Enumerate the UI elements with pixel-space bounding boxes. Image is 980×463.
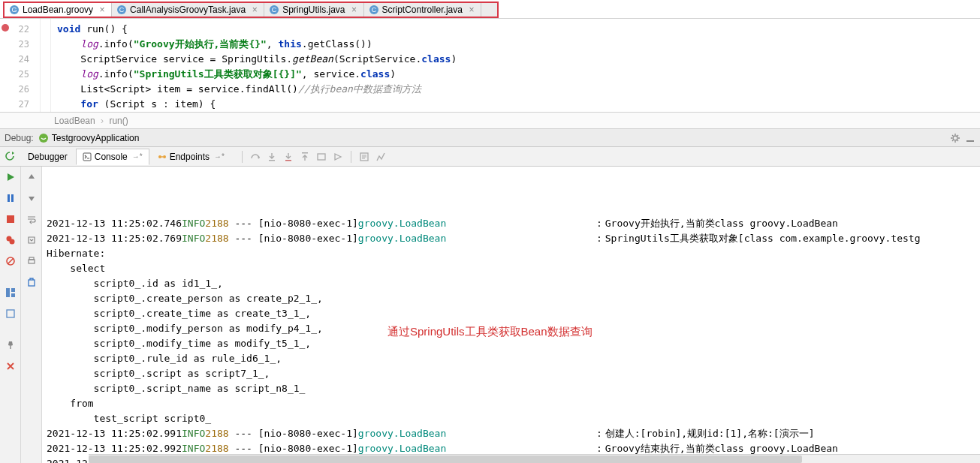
svg-rect-16 [302,152,308,154]
console-line: script0_.create_person as create_p2_1_, [47,291,980,306]
down-icon[interactable] [26,192,38,204]
gear-icon[interactable] [950,133,960,143]
svg-rect-28 [7,310,14,317]
console-line: script0_.script as script7_1_, [47,366,980,381]
soft-wrap-icon[interactable] [26,213,38,225]
breadcrumb-sep: › [101,116,104,126]
mute-breakpoints-icon[interactable] [5,255,17,267]
close-tab-icon[interactable]: × [467,5,476,14]
console-line: select [47,261,980,276]
breakpoint-icon[interactable] [2,24,9,32]
code-line[interactable]: for (Script s : item) { [57,97,980,112]
editor-tab[interactable]: CSpringUtils.java× [264,3,363,17]
resume-icon[interactable] [5,171,17,183]
step-into-icon[interactable] [267,152,277,162]
debug-tabs: Debugger Console →* Endpoints →* [0,147,980,167]
settings-icon[interactable] [5,308,17,320]
step-over-icon[interactable] [250,152,261,162]
run-to-cursor-icon[interactable] [333,152,343,162]
run-config[interactable]: TestgroovyApplication [38,133,140,143]
console-line: Hibernate: [47,246,980,261]
groovy-file-icon: G [9,5,20,15]
editor-tab[interactable]: GLoadBean.groovy× [5,3,112,17]
editor-tab[interactable]: CScriptController.java× [364,3,481,17]
svg-rect-29 [29,260,35,263]
line-number[interactable]: 23 [0,37,40,52]
minimize-icon[interactable] [965,133,975,143]
line-number[interactable]: 26 [0,82,40,97]
run-config-name: TestgroovyApplication [52,133,140,143]
svg-rect-21 [7,215,14,223]
svg-text:C: C [371,6,376,14]
svg-point-13 [163,155,166,158]
evaluate-icon[interactable] [359,152,369,162]
console-line: from [47,396,980,411]
svg-point-8 [39,134,48,143]
code-line[interactable]: void run() { [57,22,980,37]
rerun-icon[interactable] [5,151,15,161]
java-class-icon: C [116,5,127,15]
java-class-icon: C [369,5,379,15]
scroll-to-end-icon[interactable] [26,234,38,246]
console-line: script0_.script_name as script_n8_1_ [47,381,980,396]
svg-point-23 [9,239,14,245]
print-icon[interactable] [26,255,38,267]
code-line[interactable]: log.info("Groovy开始执行,当前类{}", this.getCla… [57,37,980,52]
force-step-into-icon[interactable] [283,152,294,162]
drop-frame-icon[interactable] [316,152,327,162]
up-icon[interactable] [26,171,38,183]
trace-icon[interactable] [375,152,386,162]
code-editor[interactable]: 222324252627 void run() { log.info("Groo… [0,18,980,113]
svg-text:C: C [119,6,125,14]
breadcrumb-a[interactable]: LoadBean [54,116,95,126]
code-line[interactable]: log.info("SpringUtils工具类获取对象[{}]", servi… [57,67,980,82]
close-tab-icon[interactable]: × [350,5,359,14]
clear-icon[interactable] [26,276,38,288]
pin-tab-icon[interactable] [5,339,17,351]
line-number[interactable]: 24 [0,52,40,67]
horizontal-scrollbar[interactable] [89,454,980,463]
console-line: script0_.create_time as create_t3_1_, [47,306,980,321]
tab-label: LoadBean.groovy [23,5,93,15]
console-line: script0_.id as id1_1_, [47,276,980,291]
close-icon[interactable] [5,360,17,372]
console-output[interactable]: 2021-12-13 11:25:02.746 INFO 2188 --- [n… [42,167,980,463]
tab-label: ScriptController.java [382,5,463,15]
annotation-text: 通过SpringUtils工具类获取Bean数据查询 [387,324,593,339]
breadcrumb-b[interactable]: run() [109,116,128,126]
step-out-icon[interactable] [300,152,310,162]
pin-icon[interactable]: →* [132,152,143,161]
breadcrumb[interactable]: LoadBean › run() [0,113,980,129]
console-icon [83,152,92,161]
code-line[interactable]: ScriptService service = SpringUtils.getB… [57,52,980,67]
console-line: 2021-12-13 11:25:02.746 INFO 2188 --- [n… [47,216,980,231]
tab-debugger[interactable]: Debugger [21,149,74,165]
editor-tabs: GLoadBean.groovy×CCallAnalysisGroovyTask… [3,2,499,18]
debug-left-rail [0,167,21,463]
tab-label: CallAnalysisGroovyTask.java [130,5,246,15]
code-area[interactable]: void run() { log.info("Groovy开始执行,当前类{}"… [51,19,980,112]
tab-endpoints[interactable]: Endpoints →* [151,149,231,165]
svg-rect-26 [11,288,15,292]
line-number[interactable]: 25 [0,67,40,82]
editor-gutter: 222324252627 [0,19,41,112]
spring-icon [38,133,49,143]
svg-point-12 [158,155,161,158]
stop-icon[interactable] [5,213,17,225]
svg-rect-20 [11,194,14,202]
close-tab-icon[interactable]: × [98,5,107,14]
tab-console[interactable]: Console →* [76,149,149,165]
code-line[interactable]: List<Script> item = service.findAll()//执… [57,82,980,97]
debug-step-toolbar [233,151,386,163]
svg-text:G: G [11,6,17,14]
editor-tab[interactable]: CCallAnalysisGroovyTask.java× [112,3,264,17]
layout-icon[interactable] [5,287,17,299]
close-tab-icon[interactable]: × [250,5,259,14]
line-number[interactable]: 27 [0,97,40,112]
pause-icon[interactable] [5,192,17,204]
svg-rect-25 [6,288,10,297]
svg-rect-27 [11,293,15,297]
svg-rect-11 [83,153,91,161]
view-breakpoints-icon[interactable] [5,234,17,246]
pin-icon[interactable]: →* [214,152,225,161]
